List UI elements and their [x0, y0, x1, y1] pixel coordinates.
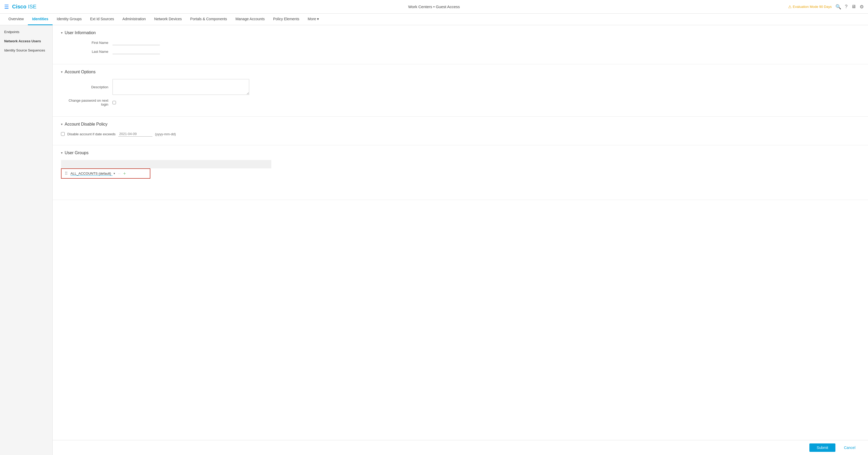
group-select[interactable]: ALL_ACCOUNTS (default) [70, 171, 113, 176]
remove-group-button[interactable]: − [118, 171, 121, 176]
user-info-chevron-icon: ▾ [61, 31, 63, 35]
logo-ise-text: ISE [28, 4, 36, 10]
disable-account-checkbox[interactable] [61, 132, 65, 136]
change-password-row: Change password on next login [61, 99, 860, 106]
eval-label: Evaluation Mode 90 Days [793, 5, 832, 9]
last-name-label: Last Name [61, 50, 108, 54]
disable-account-label: Disable account if date exceeds [67, 132, 116, 136]
nav-tab-network-devices[interactable]: Network Devices [150, 14, 186, 25]
logo: Cisco ISE [12, 4, 36, 10]
nav-tab-portals[interactable]: Portals & Components [186, 14, 231, 25]
user-information-section: ▾ User Information First Name Last Name [53, 25, 868, 64]
account-options-header[interactable]: ▾ Account Options [61, 70, 860, 74]
account-disable-chevron-icon: ▾ [61, 122, 63, 126]
first-name-row: First Name [61, 40, 860, 45]
footer-actions: Submit Cancel [53, 440, 868, 455]
cancel-button[interactable]: Cancel [840, 444, 860, 452]
date-format-hint: (yyyy-mm-dd) [155, 132, 176, 136]
account-options-section: ▾ Account Options Description Change pas… [53, 64, 868, 117]
user-groups-table-header [61, 160, 271, 168]
add-group-button[interactable]: + [123, 171, 126, 176]
sidebar-item-identity-source-sequences[interactable]: Identity Source Sequences [0, 46, 52, 55]
nav-tab-identity-groups[interactable]: Identity Groups [53, 14, 86, 25]
user-information-title: User Information [65, 30, 96, 35]
topbar-right-actions: ⚠ Evaluation Mode 90 Days 🔍 ? 🖥 ⚙ [788, 4, 864, 10]
eval-mode-badge: ⚠ Evaluation Mode 90 Days [788, 4, 832, 9]
user-groups-title: User Groups [65, 151, 89, 155]
account-disable-policy-header[interactable]: ▾ Account Disable Policy [61, 122, 860, 127]
group-select-wrapper: ALL_ACCOUNTS (default) ▾ [70, 171, 115, 176]
first-name-input[interactable] [113, 40, 160, 45]
change-password-checkbox[interactable] [113, 101, 116, 104]
nav-tab-administration[interactable]: Administration [118, 14, 150, 25]
change-password-label: Change password on next login [61, 99, 108, 106]
search-icon[interactable]: 🔍 [835, 4, 841, 10]
sidebar-item-network-access-users[interactable]: Network Access Users [0, 36, 52, 46]
sidebar-item-endpoints[interactable]: Endpoints [0, 27, 52, 36]
description-label: Description [61, 85, 108, 89]
nav-tab-more[interactable]: More ▾ [304, 14, 323, 25]
help-icon[interactable]: ? [845, 4, 847, 9]
more-chevron-icon: ▾ [317, 17, 319, 21]
account-disable-policy-title: Account Disable Policy [65, 122, 107, 127]
topbar: ☰ Cisco ISE Work Centers • Guest Access … [0, 0, 868, 14]
sidebar: Endpoints Network Access Users Identity … [0, 25, 53, 455]
description-row: Description [61, 79, 860, 95]
account-options-title: Account Options [65, 70, 95, 74]
logo-cisco-text: Cisco [12, 4, 26, 10]
account-disable-policy-section: ▾ Account Disable Policy Disable account… [53, 117, 868, 145]
nav-tab-manage-accounts[interactable]: Manage Accounts [231, 14, 269, 25]
last-name-row: Last Name [61, 49, 860, 54]
nav-tab-ext-id-sources[interactable]: Ext Id Sources [86, 14, 118, 25]
user-groups-chevron-icon: ▾ [61, 151, 63, 155]
main-layout: Endpoints Network Access Users Identity … [0, 25, 868, 455]
user-information-header[interactable]: ▾ User Information [61, 30, 860, 35]
user-groups-header[interactable]: ▾ User Groups [61, 151, 860, 155]
secondary-nav: Overview Identities Identity Groups Ext … [0, 14, 868, 25]
group-select-chevron-icon: ▾ [114, 172, 115, 175]
notifications-icon[interactable]: 🖥 [851, 4, 856, 9]
description-textarea[interactable] [113, 79, 249, 95]
main-content: ▾ User Information First Name Last Name … [53, 25, 868, 455]
disable-date-input[interactable] [118, 131, 152, 137]
submit-button[interactable]: Submit [809, 444, 836, 452]
nav-tab-overview[interactable]: Overview [4, 14, 28, 25]
user-groups-section: ▾ User Groups ⠿ ALL_ACCOUNTS (default) ▾… [53, 145, 868, 200]
page-title: Work Centers • Guest Access [408, 4, 460, 9]
nav-tab-policy-elements[interactable]: Policy Elements [269, 14, 304, 25]
warning-icon: ⚠ [788, 4, 792, 9]
nav-tab-identities[interactable]: Identities [28, 14, 52, 25]
settings-icon[interactable]: ⚙ [860, 4, 864, 10]
hamburger-icon[interactable]: ☰ [4, 4, 9, 10]
first-name-label: First Name [61, 41, 108, 45]
user-group-row: ⠿ ALL_ACCOUNTS (default) ▾ − + [61, 168, 150, 178]
account-options-chevron-icon: ▾ [61, 70, 63, 74]
last-name-input[interactable] [113, 49, 160, 54]
drag-handle-icon[interactable]: ⠿ [65, 171, 68, 176]
disable-account-row: Disable account if date exceeds (yyyy-mm… [61, 131, 860, 137]
